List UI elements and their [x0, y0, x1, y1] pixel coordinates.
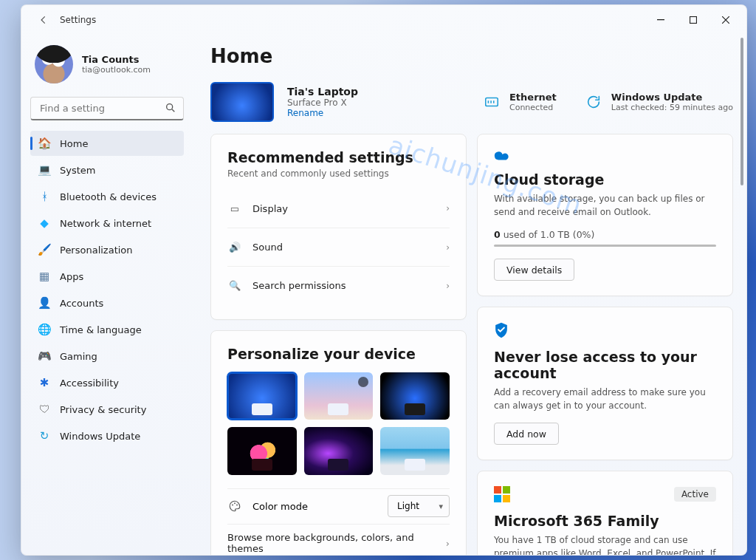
sidebar-item-privacy[interactable]: 🛡Privacy & security [30, 397, 184, 422]
color-mode-value: Light [397, 501, 419, 511]
back-button[interactable] [32, 8, 55, 32]
svg-rect-3 [486, 98, 498, 106]
maximize-icon [690, 16, 697, 24]
search-icon: 🔍 [227, 280, 242, 291]
cloud-heading: Cloud storage [494, 171, 716, 188]
profile-block[interactable]: Tia Counts tia@outlook.com [30, 35, 184, 97]
sidebar-item-label: Accounts [60, 298, 103, 309]
sound-icon: 🔊 [227, 242, 242, 253]
theme-bloom-light[interactable] [227, 372, 297, 420]
recovery-heading: Never lose access to your account [494, 349, 716, 381]
svg-point-5 [234, 503, 236, 505]
theme-glow[interactable] [304, 427, 374, 474]
personalization-icon: 🖌️ [38, 243, 51, 256]
cloud-icon [494, 149, 716, 164]
svg-rect-0 [657, 19, 664, 20]
cloud-desc: With available storage, you can back up … [494, 192, 716, 219]
sidebar-item-network[interactable]: ◆Network & internet [30, 211, 184, 236]
m365-status-badge: Active [674, 487, 716, 502]
sidebar-item-personalization[interactable]: 🖌️Personalization [30, 237, 184, 262]
sidebar-item-gaming[interactable]: 🎮Gaming [30, 344, 184, 369]
close-icon [722, 16, 729, 24]
color-mode-label: Color mode [252, 501, 308, 512]
m365-desc: You have 1 TB of cloud storage and can u… [494, 533, 716, 555]
sidebar-item-update[interactable]: ↻Windows Update [30, 423, 184, 448]
chevron-right-icon: › [446, 281, 450, 291]
update-status[interactable]: Windows Update Last checked: 59 minutes … [583, 92, 733, 112]
recovery-add-button[interactable]: Add now [494, 423, 559, 445]
network-title: Ethernet [509, 92, 557, 103]
sidebar-item-apps[interactable]: ▦Apps [30, 264, 184, 289]
m365-card: Active Microsoft 365 Family You have 1 T… [477, 471, 733, 555]
avatar [35, 45, 73, 83]
sidebar-item-label: System [60, 165, 95, 176]
m365-heading: Microsoft 365 Family [494, 513, 716, 529]
row-label: Sound [252, 242, 283, 253]
sidebar-item-accounts[interactable]: 👤Accounts [30, 290, 184, 315]
chevron-right-icon: › [446, 203, 450, 214]
svg-point-6 [236, 505, 238, 506]
accessibility-icon: ✱ [38, 376, 51, 389]
theme-sunrise[interactable] [304, 372, 374, 420]
search-input[interactable] [30, 97, 184, 120]
device-thumbnail[interactable] [210, 82, 274, 122]
network-status[interactable]: Ethernet Connected [481, 92, 557, 112]
sidebar-item-time[interactable]: 🌐Time & language [30, 317, 184, 342]
gaming-icon: 🎮 [38, 349, 51, 363]
device-model: Surface Pro X [287, 98, 358, 108]
row-label: Display [252, 203, 288, 214]
cloud-progress-bar [494, 245, 716, 247]
sidebar-item-label: Network & internet [60, 218, 151, 229]
theme-bloom-dark[interactable] [380, 372, 450, 420]
recommended-row-display[interactable]: ▭Display› [227, 189, 450, 228]
sidebar-item-bluetooth[interactable]: ᚼBluetooth & devices [30, 184, 184, 209]
close-button[interactable] [709, 9, 742, 31]
profile-name: Tia Counts [82, 54, 151, 65]
content-area: Home Tia's Laptop Surface Pro X Rename [193, 35, 746, 555]
browse-themes-label: Browse more backgrounds, colors, and the… [227, 532, 446, 554]
chevron-right-icon: › [446, 538, 450, 549]
device-row: Tia's Laptop Surface Pro X Rename Ethern… [210, 82, 733, 122]
sidebar-item-home[interactable]: 🏠Home [30, 131, 184, 156]
shield-icon [494, 322, 716, 341]
system-icon: 💻 [38, 163, 51, 177]
recommended-row-search[interactable]: 🔍Search permissions› [227, 266, 450, 304]
color-mode-row: Color mode Light ▾ [227, 488, 450, 524]
settings-window: Settings Tia Counts tia@outlook.com [21, 4, 747, 556]
sidebar-item-label: Privacy & security [60, 404, 146, 415]
maximize-button[interactable] [677, 9, 709, 31]
sidebar-item-label: Accessibility [60, 378, 119, 389]
microsoft-icon [494, 486, 510, 502]
device-name: Tia's Laptop [287, 86, 358, 98]
home-icon: 🏠 [38, 137, 51, 150]
sidebar-item-label: Apps [60, 271, 83, 282]
recommended-sub: Recent and commonly used settings [227, 168, 450, 179]
sidebar-item-system[interactable]: 💻System [30, 157, 184, 182]
network-sub: Connected [509, 103, 557, 112]
scrollbar[interactable] [740, 35, 743, 555]
svg-point-2 [167, 104, 173, 110]
sidebar-item-accessibility[interactable]: ✱Accessibility [30, 370, 184, 395]
theme-captured-motion[interactable] [380, 427, 450, 474]
svg-point-4 [232, 505, 233, 506]
arrow-left-icon [38, 15, 49, 25]
recommended-row-sound[interactable]: 🔊Sound› [227, 228, 450, 266]
device-rename-link[interactable]: Rename [287, 108, 358, 118]
sidebar-item-label: Bluetooth & devices [60, 191, 157, 202]
recommended-heading: Recommended settings [227, 149, 450, 165]
theme-flow[interactable] [227, 427, 297, 474]
update-icon: ↻ [38, 429, 51, 443]
cloud-view-details-button[interactable]: View details [494, 259, 574, 281]
minimize-button[interactable] [645, 9, 677, 31]
browse-themes-link[interactable]: Browse more backgrounds, colors, and the… [227, 524, 450, 555]
titlebar: Settings [21, 5, 746, 35]
update-icon [583, 92, 604, 112]
minimize-icon [657, 16, 664, 24]
color-mode-select[interactable]: Light ▾ [388, 495, 450, 517]
update-title: Windows Update [611, 92, 733, 103]
cloud-storage-card: Cloud storage With available storage, yo… [477, 134, 733, 296]
privacy-icon: 🛡 [38, 403, 51, 416]
sidebar-item-label: Gaming [60, 351, 97, 362]
svg-rect-1 [690, 17, 697, 24]
network-icon: ◆ [38, 216, 51, 230]
